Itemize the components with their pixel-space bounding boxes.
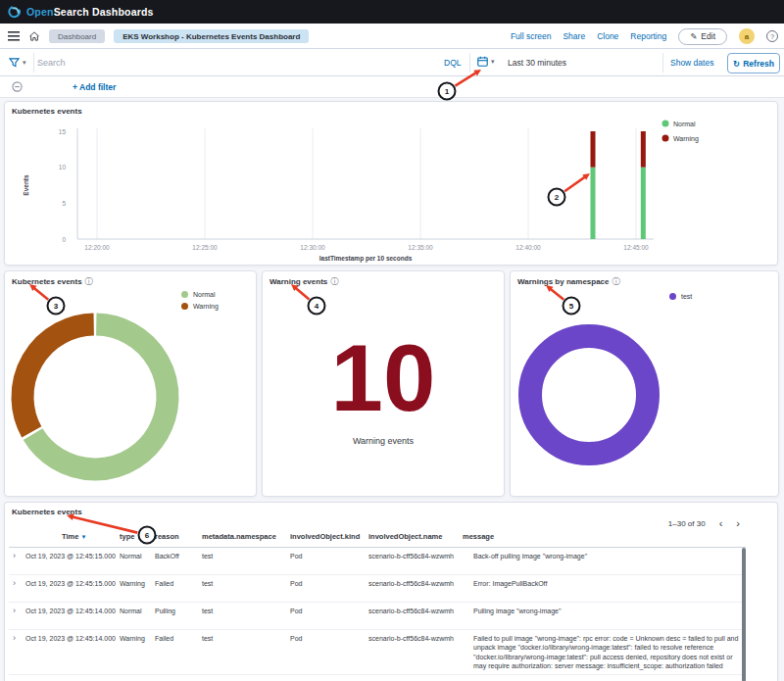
donut-slice-test[interactable] [530, 336, 648, 454]
warning-events-count: 10 [263, 330, 504, 426]
y-tick-label: 10 [59, 164, 67, 170]
cell-time: Oct 19, 2023 @ 12:45:14.000 [23, 607, 117, 626]
filter-icon[interactable] [12, 81, 23, 92]
chevron-down-icon: ▾ [491, 58, 495, 66]
panel-kubernetes-events-histogram: Kubernetes events 12:20:0012:25:0012:30:… [4, 101, 778, 266]
panel-warning-events-metric: Warning eventsⓘ 10 Warning events [262, 270, 505, 497]
clone-link[interactable]: Clone [597, 31, 618, 41]
breadcrumb-dashboard[interactable]: Dashboard [49, 29, 105, 43]
cell-namespace: test [199, 552, 287, 571]
nav-bar: Dashboard EKS Workshop - Kubernetes Even… [0, 24, 784, 49]
expand-row-icon[interactable]: › [9, 634, 23, 671]
full-screen-link[interactable]: Full screen [511, 31, 552, 41]
show-dates-button[interactable]: Show dates [670, 58, 713, 68]
panel-title[interactable]: Kubernetes events [12, 508, 82, 516]
x-tick-label: 12:40:00 [515, 244, 541, 251]
opensearch-dashboards-app: OpenSearch Dashboards Dashboard EKS Work… [0, 0, 784, 681]
reporting-link[interactable]: Reporting [630, 31, 666, 41]
panel-kubernetes-events-table: Kubernetes events 1–30 of 30 ‹ › Time ▼ … [4, 502, 778, 681]
breadcrumb-current-dashboard: EKS Workshop - Kubernetes Events Dashboa… [114, 29, 309, 43]
cell-message: Error: ImagePullBackOff [460, 579, 746, 599]
cell-namespace: test [199, 634, 287, 671]
bar-segment-normal[interactable] [641, 168, 646, 239]
column-header-reason[interactable]: reason [152, 532, 199, 542]
cell-time: Oct 19, 2023 @ 12:45:15.000 [23, 552, 117, 571]
expand-row-icon[interactable]: › [9, 607, 23, 626]
next-page-icon[interactable]: › [736, 518, 740, 528]
bar-segment-warning[interactable] [641, 131, 646, 168]
menu-icon[interactable] [8, 31, 20, 41]
cell-namespace: test [199, 579, 287, 599]
saved-query-icon[interactable]: ▾ [9, 57, 26, 68]
x-axis-title: lastTimestamp per 10 seconds [319, 255, 413, 263]
cell-type: Warning [117, 579, 152, 599]
bar-segment-warning[interactable] [591, 131, 596, 168]
events-histogram-chart: 12:20:0012:25:0012:30:0012:35:0012:40:00… [5, 102, 779, 267]
table-row: ›Oct 19, 2023 @ 12:45:14.000WarningFaile… [9, 630, 746, 675]
cell-reason: BackOff [152, 552, 199, 571]
cell-type: Warning [117, 634, 152, 671]
dql-language-button[interactable]: DQL [444, 58, 461, 68]
column-header-namespace[interactable]: metadata.namespace [199, 532, 287, 542]
column-header-name[interactable]: involvedObject.name [366, 532, 460, 542]
column-header-time[interactable]: Time ▼ [23, 532, 117, 542]
share-link[interactable]: Share [563, 31, 585, 41]
date-picker-button[interactable]: ▾ [477, 56, 495, 67]
refresh-button[interactable]: ↻ Refresh [727, 53, 780, 73]
pencil-icon: ✎ [690, 31, 697, 41]
panel-title[interactable]: Kubernetes eventsⓘ [12, 276, 93, 287]
x-tick-label: 12:30:00 [300, 244, 325, 251]
help-icon[interactable]: ? [766, 30, 778, 42]
user-avatar[interactable]: a [739, 28, 755, 44]
expand-row-icon[interactable]: › [9, 579, 23, 599]
bar-segment-normal[interactable] [591, 168, 596, 239]
panel-title[interactable]: Warnings by namespaceⓘ [517, 276, 620, 287]
cell-name: scenario-b-cff56c84-wzwmh [366, 607, 460, 626]
refresh-icon: ↻ [733, 59, 740, 69]
add-filter-button[interactable]: + Add filter [73, 82, 116, 92]
legend-dot [662, 121, 669, 127]
x-tick-label: 12:45:00 [623, 244, 649, 251]
home-icon[interactable] [28, 30, 40, 42]
time-range-value[interactable]: Last 30 minutes [508, 58, 566, 68]
expand-row-icon[interactable]: › [9, 552, 23, 571]
edit-button[interactable]: ✎ Edit [678, 28, 727, 45]
legend-dot [662, 135, 669, 142]
table-scrollbar[interactable] [742, 548, 746, 681]
y-tick-label: 15 [59, 128, 67, 135]
cell-time: Oct 19, 2023 @ 12:45:15.000 [23, 579, 117, 599]
donut-slice-Warning[interactable] [23, 324, 94, 432]
panel-title[interactable]: Warning eventsⓘ [270, 276, 338, 287]
separator [33, 53, 34, 73]
cell-message: Failed to pull image "wrong-image": rpc … [460, 634, 746, 671]
cell-kind: Pod [287, 607, 366, 626]
panel-title[interactable]: Kubernetes events [12, 107, 82, 116]
cell-reason: Failed [152, 634, 199, 671]
table-header-row: Time ▼ type reason metadata.namespace in… [9, 532, 746, 548]
cell-type: Normal [117, 607, 152, 626]
info-icon[interactable]: ⓘ [85, 276, 93, 287]
calendar-icon [477, 56, 488, 67]
table-pagination: 1–30 of 30 ‹ › [668, 518, 740, 528]
cell-kind: Pod [287, 634, 366, 671]
opensearch-logo-icon [8, 6, 21, 19]
info-icon[interactable]: ⓘ [612, 276, 620, 287]
y-axis-title: Events [23, 174, 29, 196]
previous-page-icon[interactable]: ‹ [719, 518, 723, 528]
filter-bar: + Add filter [0, 76, 784, 98]
panel-warnings-by-namespace: Warnings by namespaceⓘ test [510, 270, 779, 497]
separator [662, 53, 663, 73]
cell-time: Oct 19, 2023 @ 12:45:14.000 [23, 634, 117, 671]
cell-message: Pulling image "wrong-image" [460, 607, 746, 626]
table-body: ›Oct 19, 2023 @ 12:45:15.000NormalBackOf… [5, 548, 779, 675]
column-header-type[interactable]: type [117, 532, 152, 542]
column-header-message[interactable]: message [460, 532, 746, 542]
x-tick-label: 12:20:00 [84, 244, 110, 251]
info-icon[interactable]: ⓘ [330, 276, 338, 287]
separator [469, 53, 470, 73]
search-input[interactable] [37, 53, 410, 73]
expand-column-header [9, 532, 23, 542]
column-header-kind[interactable]: involvedObject.kind [287, 532, 366, 542]
query-bar: ▾ DQL ▾ Last 30 minutes Show dates ↻ Ref… [0, 49, 784, 76]
cell-reason: Pulling [152, 607, 199, 626]
